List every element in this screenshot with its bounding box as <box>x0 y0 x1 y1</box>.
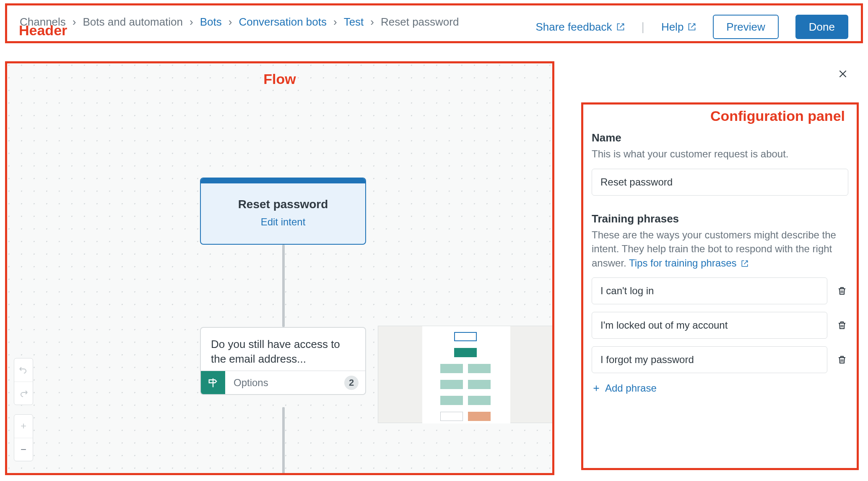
annotation-flow: Flow <box>263 71 296 87</box>
minimap-row <box>440 380 491 389</box>
plus-icon <box>19 422 28 430</box>
name-section-title: Name <box>592 131 848 144</box>
zoom-out-button[interactable] <box>14 438 33 461</box>
delete-phrase-button[interactable] <box>836 353 848 366</box>
intent-card-accent <box>201 178 365 183</box>
connector <box>282 407 285 474</box>
flow-canvas[interactable]: Flow Reset password Edit intent Do you s… <box>5 61 554 475</box>
close-panel-button[interactable] <box>836 67 850 81</box>
close-icon <box>837 68 848 79</box>
minimap-row <box>440 412 491 421</box>
preview-button[interactable]: Preview <box>713 15 778 39</box>
minimap-row <box>440 364 491 373</box>
message-footer: Options 2 <box>201 371 365 394</box>
done-button-label: Done <box>809 21 835 34</box>
tips-link-label: Tips for training phrases <box>629 257 737 269</box>
history-toolbar <box>14 358 33 405</box>
minimap[interactable] <box>378 326 553 423</box>
chevron-right-icon: › <box>333 16 337 29</box>
breadcrumb-test[interactable]: Test <box>344 16 364 29</box>
name-section-desc: This is what your customer request is ab… <box>592 147 848 161</box>
breadcrumb-current: Reset password <box>381 16 459 29</box>
minus-icon <box>19 445 28 454</box>
chevron-right-icon: › <box>190 16 193 29</box>
add-phrase-button[interactable]: Add phrase <box>592 382 657 394</box>
annotation-config: Configuration panel <box>710 108 845 124</box>
external-link-icon <box>741 260 748 267</box>
trash-icon <box>837 320 847 330</box>
options-label: Options <box>225 377 268 389</box>
undo-button[interactable] <box>14 358 33 382</box>
share-feedback-link[interactable]: Share feedback <box>535 21 624 34</box>
intent-title: Reset password <box>238 198 328 211</box>
zoom-toolbar <box>14 414 33 461</box>
phrase-input[interactable] <box>592 277 827 304</box>
breadcrumb-bots-automation[interactable]: Bots and automation <box>83 16 183 29</box>
header-actions: Share feedback | Help Preview Done <box>535 15 848 39</box>
phrase-input[interactable] <box>592 312 827 339</box>
training-section-desc: These are the ways your customers might … <box>592 228 848 270</box>
trash-icon <box>837 355 847 365</box>
signpost-icon <box>201 371 225 395</box>
chevron-right-icon: › <box>370 16 374 29</box>
training-section-title: Training phrases <box>592 212 848 225</box>
message-text: Do you still have access to the email ad… <box>201 328 365 371</box>
tips-link[interactable]: Tips for training phrases <box>629 257 748 269</box>
configuration-panel: Configuration panel Name This is what yo… <box>581 102 859 470</box>
phrase-row <box>592 312 848 339</box>
add-phrase-label: Add phrase <box>605 382 657 394</box>
external-link-icon <box>688 23 696 31</box>
zoom-in-button[interactable] <box>14 415 33 438</box>
done-button[interactable]: Done <box>795 15 848 39</box>
annotation-header: Header <box>19 22 67 39</box>
header: Channels › Bots and automation › Bots › … <box>5 3 863 43</box>
connector <box>282 245 285 327</box>
preview-button-label: Preview <box>726 21 765 34</box>
breadcrumb-conversation-bots[interactable]: Conversation bots <box>239 16 327 29</box>
breadcrumb: Channels › Bots and automation › Bots › … <box>20 16 459 29</box>
redo-button[interactable] <box>14 382 33 405</box>
divider: | <box>642 20 645 34</box>
connector-branch <box>179 474 460 475</box>
intent-card[interactable]: Reset password Edit intent <box>200 178 366 245</box>
phrase-row <box>592 277 848 304</box>
name-input[interactable] <box>592 169 848 196</box>
help-label: Help <box>661 21 683 34</box>
options-count: 2 <box>344 376 359 390</box>
trash-icon <box>837 286 847 296</box>
share-feedback-label: Share feedback <box>535 21 612 34</box>
external-link-icon <box>616 23 625 31</box>
phrase-input[interactable] <box>592 346 827 373</box>
help-link[interactable]: Help <box>661 21 696 34</box>
breadcrumb-bots[interactable]: Bots <box>200 16 222 29</box>
delete-phrase-button[interactable] <box>836 319 848 332</box>
phrase-row <box>592 346 848 373</box>
undo-icon <box>18 365 29 375</box>
minimap-row <box>440 396 491 405</box>
message-card[interactable]: Do you still have access to the email ad… <box>200 327 366 395</box>
chevron-right-icon: › <box>229 16 232 29</box>
minimap-node <box>454 332 477 341</box>
chevron-right-icon: › <box>73 16 76 29</box>
redo-icon <box>18 388 29 398</box>
edit-intent-link[interactable]: Edit intent <box>261 216 306 228</box>
plus-icon <box>592 384 601 393</box>
minimap-node <box>454 348 477 357</box>
delete-phrase-button[interactable] <box>836 285 848 297</box>
